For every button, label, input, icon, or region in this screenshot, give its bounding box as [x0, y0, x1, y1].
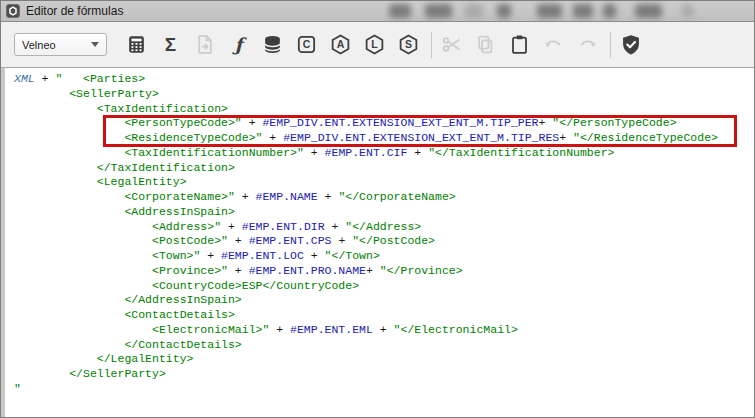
function-icon: ƒ	[235, 36, 243, 54]
code-token-str: "</TaxIdentificationNumber>	[428, 146, 614, 159]
code-token-str: <PersonTypeCode>"	[14, 116, 242, 129]
formula-language-combo[interactable]: Velneo	[14, 33, 107, 56]
code-token-op: +	[228, 264, 249, 277]
code-line: <Town>" + #EMP.ENT.LOC + "</Town>	[14, 249, 754, 264]
code-token-id: #EMP.ENT.CIF	[325, 146, 408, 159]
code-token-op: +	[366, 264, 380, 277]
titlebar-blur-artifact	[603, 4, 616, 18]
titlebar-blur-artifact	[465, 4, 483, 18]
code-token-op: +	[269, 323, 290, 336]
code-token-str: "</Town>	[325, 249, 380, 262]
function-button[interactable]: ƒ	[225, 30, 252, 60]
titlebar-blur-artifact	[425, 4, 452, 18]
code-line: <TaxIdentificationNumber>" + #EMP.ENT.CI…	[14, 146, 754, 161]
code-token-str: <TaxIdentificationNumber>"	[14, 146, 304, 159]
code-line: <PersonTypeCode>" + #EMP_DIV.ENT.EXTENSI…	[14, 116, 754, 131]
code-line: <AddressInSpain>	[14, 205, 754, 220]
formula-editor-window: Editor de fórmulas Velneo	[0, 0, 755, 418]
code-line: <PostCode>" + #EMP.ENT.CPS + "</PostCode…	[14, 234, 754, 249]
code-line: <CorporateName>" + #EMP.NAME + "</Corpor…	[14, 190, 754, 205]
code-token-id: #EMP.NAME	[256, 190, 318, 203]
code-token-op: +	[331, 234, 352, 247]
code-token-str: " <Parties>	[55, 72, 145, 85]
sum-button[interactable]: Σ	[157, 30, 184, 60]
code-line: <ContactDetails>	[14, 308, 754, 323]
code-token-str: <ResidenceTypeCode>"	[14, 131, 262, 144]
code-token-str: "</PostCode>	[352, 234, 435, 247]
titlebar-blur-artifact	[537, 4, 562, 18]
cut-button[interactable]	[438, 30, 465, 60]
code-token-str: <SellerParty>	[14, 87, 159, 100]
code-token-id: #EMP.ENT.DIR	[242, 220, 325, 233]
code-line: </TaxIdentification>	[14, 161, 754, 176]
code-token-str: </SellerParty>	[14, 367, 166, 380]
code-token-str: <ContactDetails>	[14, 308, 235, 321]
code-line: <ElectronicMail>" + #EMP.ENT.EML + "</El…	[14, 323, 754, 338]
paste-button[interactable]	[506, 30, 533, 60]
code-line: </ContactDetails>	[14, 338, 754, 353]
code-token-str: <AddressInSpain>	[14, 205, 235, 218]
code-line: "	[14, 382, 754, 397]
database-fields-button[interactable]	[259, 30, 286, 60]
code-token-op: +	[539, 116, 553, 129]
sigma-icon: Σ	[165, 35, 176, 54]
code-token-var: XML	[14, 72, 35, 85]
code-token-str: "</ElectronicMail>	[394, 323, 518, 336]
titlebar-blur-artifact	[389, 4, 411, 18]
svg-text:A: A	[337, 38, 345, 50]
hexagon-s-icon: S	[398, 34, 419, 55]
code-line: <Province>" + #EMP.ENT.PRO.NAME+ "</Prov…	[14, 264, 754, 279]
code-token-str: "</PersonTypeCode>	[552, 116, 676, 129]
hexagon-s-button[interactable]: S	[395, 30, 422, 60]
code-token-id: #EMP_DIV.ENT.EXTENSION_EXT_ENT_M.TIP_PER	[262, 116, 538, 129]
svg-text:L: L	[371, 38, 378, 50]
code-line: XML + " <Parties>	[14, 72, 754, 87]
code-line: </LegalEntity>	[14, 352, 754, 367]
file-export-button[interactable]	[191, 30, 218, 60]
code-token-str: <TaxIdentification>	[14, 102, 228, 115]
code-line: <CountryCode>ESP</CountryCode>	[14, 279, 754, 294]
code-token-op: +	[228, 234, 249, 247]
code-token-op: +	[221, 220, 242, 233]
constants-button[interactable]: C	[293, 30, 320, 60]
code-token-str: <LegalEntity>	[14, 175, 187, 188]
code-token-op: +	[35, 72, 56, 85]
code-line: <SellerParty>	[14, 87, 754, 102]
code-token-op: +	[235, 190, 256, 203]
database-icon	[262, 34, 283, 55]
hexagon-l-button[interactable]: L	[361, 30, 388, 60]
calculator-button[interactable]	[123, 30, 150, 60]
code-token-str: <PostCode>"	[14, 234, 228, 247]
copy-button[interactable]	[472, 30, 499, 60]
code-token-str: <CorporateName>"	[14, 190, 235, 203]
toolbar-separator	[610, 32, 611, 58]
svg-text:C: C	[303, 38, 311, 50]
undo-button[interactable]	[540, 30, 567, 60]
code-token-op: +	[262, 131, 283, 144]
code-token-str: "</ResidenceTypeCode>	[573, 131, 718, 144]
hexagon-a-button[interactable]: A	[327, 30, 354, 60]
code-area[interactable]: XML + " <Parties> <SellerParty> <TaxIden…	[5, 68, 754, 397]
redo-button[interactable]	[574, 30, 601, 60]
code-token-str: <Province>"	[14, 264, 228, 277]
code-token-op: +	[242, 116, 263, 129]
window-title: Editor de fórmulas	[26, 4, 123, 18]
code-token-op: +	[373, 323, 394, 336]
code-token-id: #EMP.ENT.EML	[290, 323, 373, 336]
file-icon	[194, 34, 215, 55]
code-token-str: <CountryCode>ESP</CountryCode>	[14, 279, 359, 292]
validate-shield-button[interactable]	[617, 30, 644, 60]
code-token-id: #EMP.ENT.CPS	[249, 234, 332, 247]
chevron-down-icon	[91, 42, 99, 47]
code-line: <LegalEntity>	[14, 175, 754, 190]
code-token-id: #EMP.ENT.PRO.NAME	[249, 264, 366, 277]
titlebar: Editor de fórmulas	[1, 1, 754, 22]
code-token-str: </LegalEntity>	[14, 352, 193, 365]
code-line: </AddressInSpain>	[14, 293, 754, 308]
titlebar-blur-artifact	[635, 4, 662, 18]
constant-c-icon: C	[296, 34, 317, 55]
code-line: <ResidenceTypeCode>" + #EMP_DIV.ENT.EXTE…	[14, 131, 754, 146]
code-token-str: </ContactDetails>	[14, 338, 242, 351]
code-token-str: </TaxIdentification>	[14, 161, 235, 174]
formula-code-editor[interactable]: XML + " <Parties> <SellerParty> <TaxIden…	[1, 68, 754, 418]
